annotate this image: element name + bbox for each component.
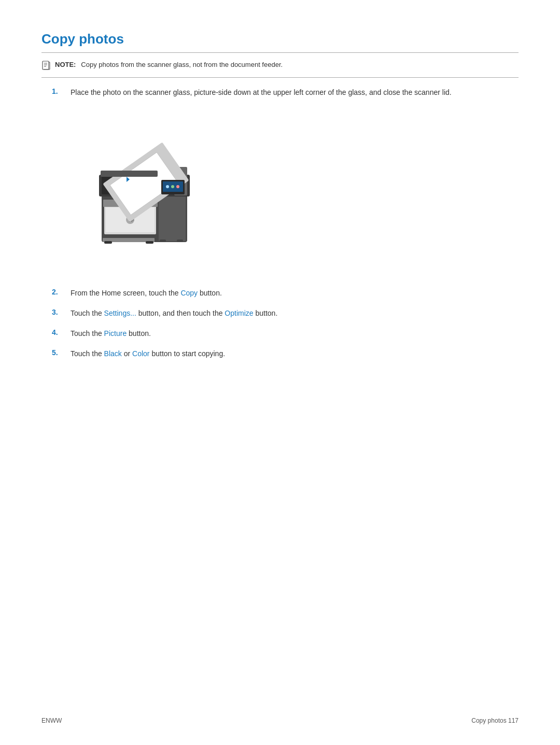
title-divider bbox=[41, 52, 519, 53]
step-3-number: 3. bbox=[52, 308, 62, 316]
black-link: Black bbox=[104, 349, 122, 358]
step-2-text: From the Home screen, touch the Copy but… bbox=[71, 288, 222, 299]
picture-link: Picture bbox=[104, 329, 127, 338]
step-1-text: Place the photo on the scanner glass, pi… bbox=[71, 87, 452, 98]
step-1: 1. Place the photo on the scanner glass,… bbox=[52, 87, 519, 98]
svg-rect-24 bbox=[160, 240, 166, 242]
page-container: Copy photos NOTE: Copy photos from the s… bbox=[0, 0, 560, 745]
step-4-text: Touch the Picture button. bbox=[71, 328, 151, 339]
note-content: NOTE: Copy photos from the scanner glass… bbox=[55, 60, 283, 68]
optimize-link: Optimize bbox=[225, 309, 253, 317]
svg-point-19 bbox=[171, 185, 174, 188]
copy-link: Copy bbox=[180, 289, 198, 297]
svg-point-18 bbox=[166, 185, 169, 188]
note-text: Copy photos from the scanner glass, not … bbox=[81, 61, 283, 68]
footer-right: Copy photos 117 bbox=[471, 717, 519, 724]
svg-point-20 bbox=[176, 185, 179, 188]
note-label: NOTE: bbox=[55, 61, 76, 68]
steps-list: 1. Place the photo on the scanner glass,… bbox=[52, 87, 519, 359]
footer-left: ENWW bbox=[41, 717, 62, 724]
step-5: 5. Touch the Black or Color button to st… bbox=[52, 348, 519, 359]
footer: ENWW Copy photos 117 bbox=[41, 717, 519, 724]
svg-rect-10 bbox=[159, 194, 186, 241]
svg-rect-25 bbox=[177, 240, 183, 242]
printer-illustration: HP bbox=[71, 118, 216, 263]
step-3: 3. Touch the Settings... button, and the… bbox=[52, 308, 519, 319]
step-4-number: 4. bbox=[52, 328, 62, 336]
color-link: Color bbox=[132, 349, 149, 358]
printer-image-item: HP bbox=[52, 107, 519, 278]
svg-rect-23 bbox=[146, 241, 153, 244]
step-2-number: 2. bbox=[52, 288, 62, 296]
step-2: 2. From the Home screen, touch the Copy … bbox=[52, 288, 519, 299]
printer-image-container: HP bbox=[71, 118, 216, 263]
svg-rect-0 bbox=[43, 61, 49, 69]
note-icon bbox=[41, 61, 51, 72]
step-3-text: Touch the Settings... button, and then t… bbox=[71, 308, 277, 319]
page-title: Copy photos bbox=[41, 31, 519, 47]
svg-rect-22 bbox=[104, 241, 112, 244]
step-4: 4. Touch the Picture button. bbox=[52, 328, 519, 339]
step-5-text: Touch the Black or Color button to start… bbox=[71, 348, 225, 359]
settings-link: Settings... bbox=[104, 309, 136, 317]
note-box: NOTE: Copy photos from the scanner glass… bbox=[41, 60, 519, 78]
svg-rect-26 bbox=[101, 171, 158, 177]
step-1-number: 1. bbox=[52, 87, 62, 95]
step-5-number: 5. bbox=[52, 348, 62, 357]
